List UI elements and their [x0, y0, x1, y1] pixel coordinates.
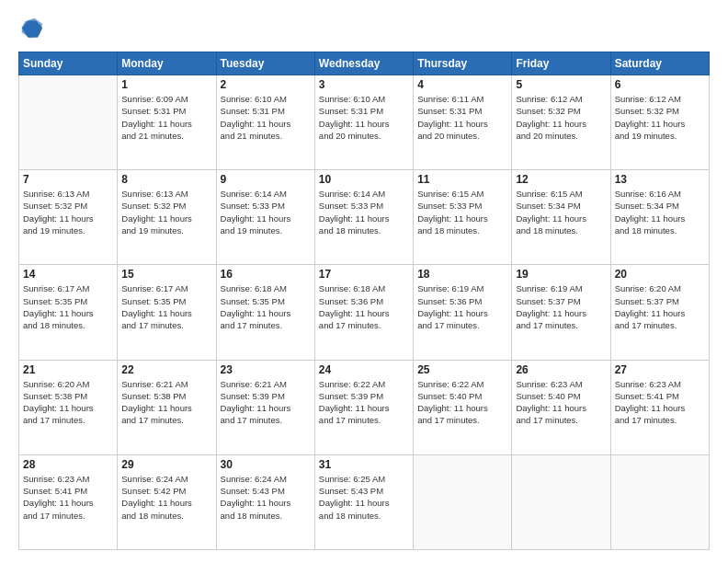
calendar-cell: 22Sunrise: 6:21 AM Sunset: 5:38 PM Dayli… — [118, 360, 216, 454]
day-info: Sunrise: 6:15 AM Sunset: 5:34 PM Dayligh… — [516, 188, 606, 236]
day-info: Sunrise: 6:23 AM Sunset: 5:41 PM Dayligh… — [23, 473, 113, 522]
weekday-header: Monday — [118, 52, 216, 75]
day-number: 24 — [319, 363, 409, 376]
day-number: 7 — [23, 173, 113, 186]
day-info: Sunrise: 6:14 AM Sunset: 5:33 PM Dayligh… — [319, 188, 409, 236]
day-info: Sunrise: 6:13 AM Sunset: 5:32 PM Dayligh… — [23, 188, 113, 236]
day-info: Sunrise: 6:19 AM Sunset: 5:36 PM Dayligh… — [417, 282, 507, 331]
day-number: 15 — [121, 268, 211, 281]
calendar-header-row: SundayMondayTuesdayWednesdayThursdayFrid… — [19, 52, 710, 75]
calendar-cell: 26Sunrise: 6:23 AM Sunset: 5:40 PM Dayli… — [512, 360, 610, 454]
day-number: 6 — [615, 78, 705, 91]
day-number: 19 — [516, 268, 606, 281]
calendar-week-row: 21Sunrise: 6:20 AM Sunset: 5:38 PM Dayli… — [19, 360, 710, 454]
weekday-header: Sunday — [19, 52, 118, 75]
day-info: Sunrise: 6:14 AM Sunset: 5:33 PM Dayligh… — [221, 188, 311, 236]
calendar-cell: 27Sunrise: 6:23 AM Sunset: 5:41 PM Dayli… — [610, 360, 709, 454]
day-info: Sunrise: 6:13 AM Sunset: 5:32 PM Dayligh… — [121, 188, 211, 236]
day-number: 8 — [121, 173, 211, 186]
header — [18, 17, 710, 42]
day-number: 29 — [121, 458, 211, 471]
day-info: Sunrise: 6:24 AM Sunset: 5:43 PM Dayligh… — [221, 473, 311, 522]
day-number: 28 — [23, 458, 113, 471]
calendar-cell: 18Sunrise: 6:19 AM Sunset: 5:36 PM Dayli… — [414, 265, 512, 360]
day-info: Sunrise: 6:23 AM Sunset: 5:40 PM Dayligh… — [516, 378, 606, 427]
calendar-cell — [610, 454, 709, 549]
calendar-cell — [19, 75, 118, 170]
calendar-week-row: 28Sunrise: 6:23 AM Sunset: 5:41 PM Dayli… — [19, 454, 710, 549]
day-info: Sunrise: 6:22 AM Sunset: 5:39 PM Dayligh… — [319, 378, 409, 427]
day-info: Sunrise: 6:17 AM Sunset: 5:35 PM Dayligh… — [121, 282, 211, 331]
day-number: 26 — [516, 363, 606, 376]
weekday-header: Wednesday — [314, 52, 413, 75]
day-number: 22 — [121, 363, 211, 376]
calendar-cell: 4Sunrise: 6:11 AM Sunset: 5:31 PM Daylig… — [414, 75, 512, 170]
calendar-cell: 17Sunrise: 6:18 AM Sunset: 5:36 PM Dayli… — [314, 265, 413, 360]
calendar-table: SundayMondayTuesdayWednesdayThursdayFrid… — [18, 52, 710, 550]
day-info: Sunrise: 6:10 AM Sunset: 5:31 PM Dayligh… — [319, 93, 409, 142]
calendar-cell: 13Sunrise: 6:16 AM Sunset: 5:34 PM Dayli… — [610, 170, 709, 265]
weekday-header: Thursday — [414, 52, 512, 75]
calendar-week-row: 14Sunrise: 6:17 AM Sunset: 5:35 PM Dayli… — [19, 265, 710, 360]
calendar-cell: 20Sunrise: 6:20 AM Sunset: 5:37 PM Dayli… — [610, 265, 709, 360]
day-number: 4 — [417, 78, 507, 91]
calendar-cell: 24Sunrise: 6:22 AM Sunset: 5:39 PM Dayli… — [314, 360, 413, 454]
day-info: Sunrise: 6:20 AM Sunset: 5:37 PM Dayligh… — [615, 282, 705, 331]
day-number: 1 — [121, 78, 211, 91]
calendar-cell: 29Sunrise: 6:24 AM Sunset: 5:42 PM Dayli… — [118, 454, 216, 549]
calendar-cell: 9Sunrise: 6:14 AM Sunset: 5:33 PM Daylig… — [216, 170, 314, 265]
day-number: 10 — [319, 173, 409, 186]
calendar-cell: 5Sunrise: 6:12 AM Sunset: 5:32 PM Daylig… — [512, 75, 610, 170]
calendar-cell: 10Sunrise: 6:14 AM Sunset: 5:33 PM Dayli… — [314, 170, 413, 265]
day-info: Sunrise: 6:23 AM Sunset: 5:41 PM Dayligh… — [615, 378, 705, 427]
day-number: 18 — [417, 268, 507, 281]
day-number: 30 — [221, 458, 311, 471]
calendar-cell — [512, 454, 610, 549]
day-number: 16 — [221, 268, 311, 281]
day-number: 27 — [615, 363, 705, 376]
day-info: Sunrise: 6:24 AM Sunset: 5:42 PM Dayligh… — [121, 473, 211, 522]
day-info: Sunrise: 6:19 AM Sunset: 5:37 PM Dayligh… — [516, 282, 606, 331]
weekday-header: Tuesday — [216, 52, 314, 75]
day-number: 21 — [23, 363, 113, 376]
day-info: Sunrise: 6:09 AM Sunset: 5:31 PM Dayligh… — [121, 93, 211, 142]
day-info: Sunrise: 6:12 AM Sunset: 5:32 PM Dayligh… — [516, 93, 606, 142]
day-number: 17 — [319, 268, 409, 281]
calendar-cell: 14Sunrise: 6:17 AM Sunset: 5:35 PM Dayli… — [19, 265, 118, 360]
day-info: Sunrise: 6:22 AM Sunset: 5:40 PM Dayligh… — [417, 378, 507, 427]
day-number: 11 — [417, 173, 507, 186]
day-info: Sunrise: 6:20 AM Sunset: 5:38 PM Dayligh… — [23, 378, 113, 427]
day-info: Sunrise: 6:18 AM Sunset: 5:35 PM Dayligh… — [221, 282, 311, 331]
calendar-cell: 12Sunrise: 6:15 AM Sunset: 5:34 PM Dayli… — [512, 170, 610, 265]
weekday-header: Friday — [512, 52, 610, 75]
day-number: 5 — [516, 78, 606, 91]
day-info: Sunrise: 6:16 AM Sunset: 5:34 PM Dayligh… — [615, 188, 705, 236]
calendar-cell: 30Sunrise: 6:24 AM Sunset: 5:43 PM Dayli… — [216, 454, 314, 549]
day-info: Sunrise: 6:12 AM Sunset: 5:32 PM Dayligh… — [615, 93, 705, 142]
calendar-cell: 25Sunrise: 6:22 AM Sunset: 5:40 PM Dayli… — [414, 360, 512, 454]
day-number: 20 — [615, 268, 705, 281]
logo-icon — [18, 17, 44, 42]
calendar-week-row: 1Sunrise: 6:09 AM Sunset: 5:31 PM Daylig… — [19, 75, 710, 170]
calendar-cell: 21Sunrise: 6:20 AM Sunset: 5:38 PM Dayli… — [19, 360, 118, 454]
day-number: 31 — [319, 458, 409, 471]
calendar-cell: 28Sunrise: 6:23 AM Sunset: 5:41 PM Dayli… — [19, 454, 118, 549]
day-number: 2 — [221, 78, 311, 91]
calendar-week-row: 7Sunrise: 6:13 AM Sunset: 5:32 PM Daylig… — [19, 170, 710, 265]
calendar-cell: 19Sunrise: 6:19 AM Sunset: 5:37 PM Dayli… — [512, 265, 610, 360]
calendar-cell: 3Sunrise: 6:10 AM Sunset: 5:31 PM Daylig… — [314, 75, 413, 170]
calendar-cell: 11Sunrise: 6:15 AM Sunset: 5:33 PM Dayli… — [414, 170, 512, 265]
day-info: Sunrise: 6:21 AM Sunset: 5:39 PM Dayligh… — [221, 378, 311, 427]
calendar-cell: 7Sunrise: 6:13 AM Sunset: 5:32 PM Daylig… — [19, 170, 118, 265]
day-number: 14 — [23, 268, 113, 281]
day-info: Sunrise: 6:10 AM Sunset: 5:31 PM Dayligh… — [221, 93, 311, 142]
page: SundayMondayTuesdayWednesdayThursdayFrid… — [0, 0, 728, 563]
calendar-cell: 1Sunrise: 6:09 AM Sunset: 5:31 PM Daylig… — [118, 75, 216, 170]
calendar-cell: 2Sunrise: 6:10 AM Sunset: 5:31 PM Daylig… — [216, 75, 314, 170]
weekday-header: Saturday — [610, 52, 709, 75]
day-info: Sunrise: 6:11 AM Sunset: 5:31 PM Dayligh… — [417, 93, 507, 142]
day-info: Sunrise: 6:15 AM Sunset: 5:33 PM Dayligh… — [417, 188, 507, 236]
calendar-cell: 15Sunrise: 6:17 AM Sunset: 5:35 PM Dayli… — [118, 265, 216, 360]
day-number: 12 — [516, 173, 606, 186]
day-number: 9 — [221, 173, 311, 186]
